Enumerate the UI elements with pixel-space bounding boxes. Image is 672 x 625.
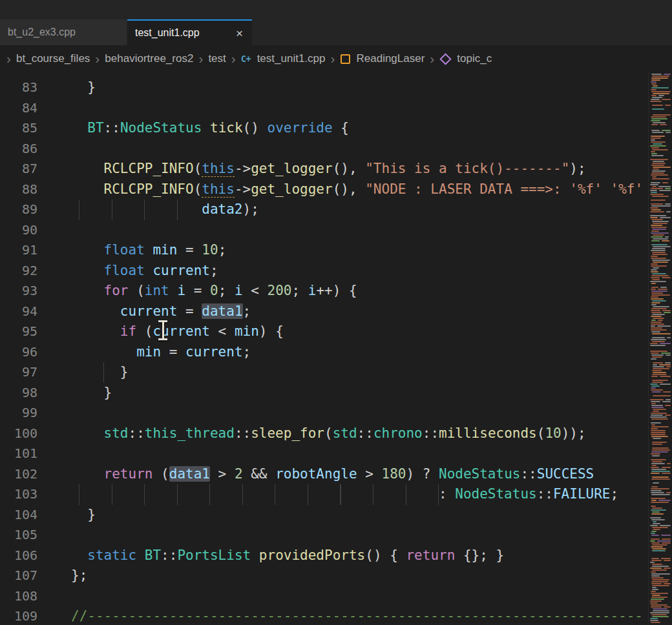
breadcrumb-item-test-unit1-cpp[interactable]: test_unit1.cpp [257, 52, 326, 65]
minimap-line [651, 322, 662, 323]
minimap-line [652, 444, 662, 445]
minimap-line [651, 147, 660, 149]
breadcrumb-item-readinglaser[interactable]: ReadingLaser [357, 52, 425, 65]
breadcrumb-item-behaviortree-ros2[interactable]: behaviortree_ros2 [105, 52, 193, 65]
minimap-line [666, 366, 671, 367]
code-token: 10 [202, 242, 218, 258]
minimap-line [651, 298, 664, 300]
line-number: 101 [0, 444, 37, 464]
code-line[interactable]: } [71, 77, 672, 98]
code-line[interactable]: float current; [71, 261, 672, 282]
breadcrumb-item-topic-c[interactable]: topic_c [457, 52, 492, 65]
minimap-line [657, 325, 671, 327]
code-token: = [161, 344, 185, 360]
minimap-line [660, 287, 667, 288]
close-icon[interactable]: × [235, 27, 244, 39]
code-token: current [185, 344, 243, 360]
minimap-line [651, 486, 658, 487]
code-line[interactable]: } [71, 383, 672, 404]
code-line[interactable] [71, 525, 672, 546]
code-token: > [357, 466, 382, 482]
minimap-line [651, 327, 662, 329]
code-area[interactable]: } BT::NodeStatus tick() override { RCLCP… [71, 72, 672, 625]
code-line[interactable] [71, 444, 672, 464]
minimap-line [651, 124, 658, 125]
minimap-line [650, 190, 657, 191]
minimap-line [652, 252, 666, 253]
code-editor[interactable]: 8384858687888990919293949596979899100101… [0, 72, 672, 625]
tab-label: bt_u2_ex3.cpp [8, 26, 76, 38]
minimap-line [651, 403, 656, 404]
minimap-line [651, 325, 655, 327]
minimap-line [652, 76, 669, 77]
minimap-line [652, 370, 662, 371]
code-line[interactable]: std::this_thread::sleep_for(std::chrono:… [71, 424, 672, 444]
minimap-line [653, 409, 666, 410]
code-line[interactable] [71, 586, 672, 607]
tab-test_unit1[interactable]: test_unit1.cpp × [127, 19, 252, 45]
minimap-line [651, 473, 659, 474]
code-line[interactable]: BT::NodeStatus tick() override { [71, 118, 672, 139]
code-token: ; [243, 344, 251, 360]
code-line[interactable] [71, 403, 672, 424]
code-token: "This is a tick()-------" [365, 161, 569, 176]
code-line[interactable] [71, 139, 672, 159]
minimap-line [650, 184, 658, 185]
minimap-line [653, 610, 670, 611]
breadcrumb-item-test[interactable]: test [208, 52, 226, 65]
minimap-line [652, 97, 662, 98]
code-line[interactable]: : NodeStatus::FAILURE; [71, 484, 672, 505]
minimap-line [652, 132, 664, 133]
minimap-line [652, 178, 669, 179]
minimap-line [650, 207, 658, 209]
code-line[interactable]: float min = 10; [71, 240, 672, 261]
code-line[interactable] [71, 220, 672, 241]
code-token: :: [104, 120, 120, 136]
minimap-line [653, 161, 664, 162]
minimap-line [651, 219, 663, 220]
code-line[interactable] [71, 98, 672, 119]
code-line[interactable]: min = current; [71, 342, 672, 363]
code-line[interactable]: } [71, 505, 672, 526]
code-token: :: [423, 425, 439, 441]
minimap-line [659, 190, 671, 191]
minimap-line [653, 267, 660, 269]
minimap-line [651, 244, 667, 245]
minimap-line [651, 430, 666, 431]
code-line[interactable]: data2); [71, 200, 672, 220]
tab-bt_u2_ex3[interactable]: bt_u2_ex3.cpp [0, 19, 127, 45]
code-token [71, 120, 87, 136]
code-line[interactable]: RCLCPP_INFO(this->get_logger(), "NODE : … [71, 179, 672, 200]
code-line[interactable]: }; [71, 566, 672, 586]
code-line[interactable]: current = data1; [71, 302, 672, 322]
code-line[interactable]: return (data1 > 2 && robotAngle > 180) ?… [71, 464, 672, 485]
minimap[interactable] [648, 72, 672, 625]
minimap-line [667, 463, 671, 464]
minimap-line [661, 558, 671, 559]
breadcrumb-item-bt-course-files[interactable]: bt_course_files [16, 52, 90, 65]
code-line[interactable]: for (int i = 0; i < 200; i++) { [71, 281, 672, 302]
minimap-line [651, 302, 660, 303]
minimap-line [666, 211, 671, 212]
code-token: FAILURE [553, 486, 611, 502]
code-line[interactable]: } [71, 362, 672, 383]
code-token [71, 161, 104, 176]
minimap-line [653, 372, 666, 373]
minimap-line [650, 416, 666, 418]
code-line[interactable]: if (current < min) { [71, 322, 672, 342]
code-line[interactable]: RCLCPP_INFO(this->get_logger(), "This is… [71, 159, 672, 179]
minimap-line [651, 424, 655, 425]
code-line[interactable]: static BT::PortsList providedPorts() { r… [71, 546, 672, 566]
minimap-line [651, 200, 666, 201]
minimap-line [650, 345, 666, 346]
minimap-line [651, 415, 664, 416]
line-number: 94 [0, 302, 37, 322]
minimap-line [651, 116, 667, 118]
code-line[interactable]: //--------------------------------------… [71, 606, 672, 625]
minimap-line [652, 527, 668, 528]
minimap-line [651, 232, 668, 234]
code-token [169, 283, 178, 298]
minimap-line [665, 415, 671, 416]
minimap-line [651, 205, 671, 207]
code-token: BT [145, 548, 161, 563]
